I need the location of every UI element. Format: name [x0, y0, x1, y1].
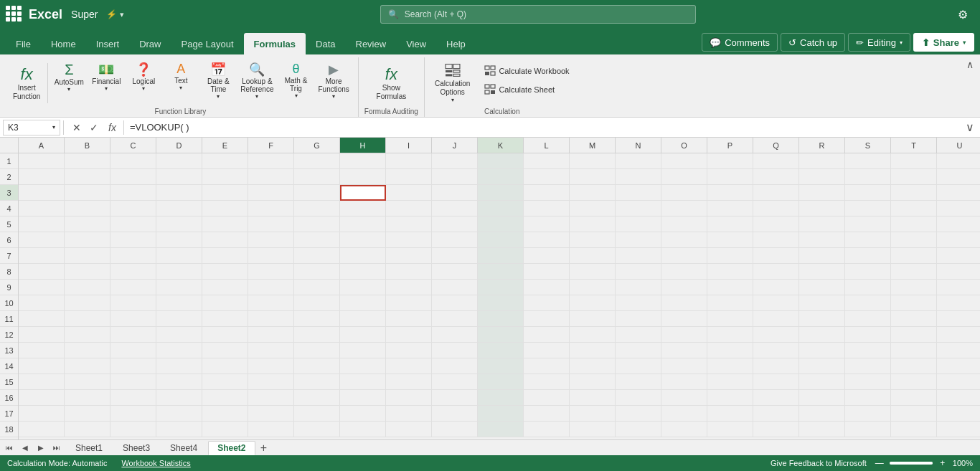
cell-B6[interactable]	[65, 232, 110, 248]
cell-T16[interactable]	[891, 390, 937, 406]
cell-U16[interactable]	[937, 390, 980, 406]
cell-U3[interactable]	[937, 185, 980, 201]
cell-B16[interactable]	[65, 390, 110, 406]
feedback-button[interactable]: Give Feedback to Microsoft	[771, 459, 867, 467]
cell-Q5[interactable]	[753, 217, 799, 232]
cell-R5[interactable]	[799, 217, 845, 232]
row-header-9[interactable]: 9	[0, 280, 18, 295]
cell-O17[interactable]	[661, 406, 707, 422]
cell-J16[interactable]	[432, 390, 478, 406]
cell-T10[interactable]	[891, 295, 937, 311]
col-header-B[interactable]: B	[65, 138, 110, 153]
calculate-sheet-button[interactable]: Calculate Sheet	[480, 82, 573, 97]
cell-P14[interactable]	[707, 358, 753, 374]
row-header-11[interactable]: 11	[0, 311, 18, 327]
cell-K4[interactable]	[478, 201, 524, 217]
cell-B3[interactable]	[65, 185, 110, 201]
cell-H13[interactable]	[340, 343, 386, 358]
cell-M7[interactable]	[570, 248, 616, 264]
cell-K13[interactable]	[478, 343, 524, 358]
cell-U8[interactable]	[937, 264, 980, 280]
cell-R2[interactable]	[799, 169, 845, 185]
cell-B2[interactable]	[65, 169, 110, 185]
cell-L3[interactable]	[524, 185, 570, 201]
app-launcher-icon[interactable]	[6, 6, 23, 23]
cell-U9[interactable]	[937, 280, 980, 295]
cell-K5[interactable]	[478, 217, 524, 232]
more-functions-button[interactable]: ▶ MoreFunctions ▾	[316, 60, 352, 101]
cell-S15[interactable]	[845, 374, 891, 390]
cell-O4[interactable]	[661, 201, 707, 217]
cell-B15[interactable]	[65, 374, 110, 390]
cell-U10[interactable]	[937, 295, 980, 311]
cell-I2[interactable]	[386, 169, 432, 185]
cell-J13[interactable]	[432, 343, 478, 358]
cell-M6[interactable]	[570, 232, 616, 248]
calculation-options-button[interactable]: CalculationOptions ▾	[430, 60, 474, 106]
cell-P17[interactable]	[707, 406, 753, 422]
cell-O18[interactable]	[661, 422, 707, 437]
cell-L1[interactable]	[524, 153, 570, 169]
cell-Q15[interactable]	[753, 374, 799, 390]
row-header-5[interactable]: 5	[0, 217, 18, 232]
cell-Q2[interactable]	[753, 169, 799, 185]
cell-G3[interactable]	[294, 185, 340, 201]
cell-Q8[interactable]	[753, 264, 799, 280]
cell-G6[interactable]	[294, 232, 340, 248]
col-header-L[interactable]: L	[524, 138, 570, 153]
cell-U4[interactable]	[937, 201, 980, 217]
cell-A1[interactable]	[19, 153, 65, 169]
cell-C3[interactable]	[110, 185, 156, 201]
cell-F4[interactable]	[248, 201, 294, 217]
cell-B8[interactable]	[65, 264, 110, 280]
cell-K15[interactable]	[478, 374, 524, 390]
sheet-tab-sheet4[interactable]: Sheet4	[161, 441, 207, 455]
cell-R6[interactable]	[799, 232, 845, 248]
cell-R14[interactable]	[799, 358, 845, 374]
cell-U18[interactable]	[937, 422, 980, 437]
cell-I17[interactable]	[386, 406, 432, 422]
cell-A7[interactable]	[19, 248, 65, 264]
cell-A10[interactable]	[19, 295, 65, 311]
share-button[interactable]: ⬆ Share ▾	[913, 33, 974, 52]
row-header-6[interactable]: 6	[0, 232, 18, 248]
cell-Q1[interactable]	[753, 153, 799, 169]
cell-T15[interactable]	[891, 374, 937, 390]
cell-G16[interactable]	[294, 390, 340, 406]
cell-U7[interactable]	[937, 248, 980, 264]
cell-M15[interactable]	[570, 374, 616, 390]
cell-F10[interactable]	[248, 295, 294, 311]
cell-O16[interactable]	[661, 390, 707, 406]
cell-F3[interactable]	[248, 185, 294, 201]
cell-J2[interactable]	[432, 169, 478, 185]
formula-input[interactable]	[127, 122, 963, 133]
row-header-10[interactable]: 10	[0, 295, 18, 311]
cell-U11[interactable]	[937, 311, 980, 327]
cell-G15[interactable]	[294, 374, 340, 390]
cell-G7[interactable]	[294, 248, 340, 264]
cell-G1[interactable]	[294, 153, 340, 169]
cell-N5[interactable]	[616, 217, 661, 232]
cell-Q13[interactable]	[753, 343, 799, 358]
cell-N1[interactable]	[616, 153, 661, 169]
cell-N18[interactable]	[616, 422, 661, 437]
cell-M14[interactable]	[570, 358, 616, 374]
cell-D15[interactable]	[156, 374, 202, 390]
col-header-Q[interactable]: Q	[753, 138, 799, 153]
cell-O2[interactable]	[661, 169, 707, 185]
cell-H18[interactable]	[340, 422, 386, 437]
editing-button[interactable]: ✏ Editing ▾	[848, 33, 910, 52]
cell-L7[interactable]	[524, 248, 570, 264]
cell-P11[interactable]	[707, 311, 753, 327]
cell-M1[interactable]	[570, 153, 616, 169]
cell-E13[interactable]	[202, 343, 248, 358]
cell-D12[interactable]	[156, 327, 202, 343]
formula-expand-button[interactable]: ∨	[963, 120, 977, 134]
cell-B1[interactable]	[65, 153, 110, 169]
cell-F12[interactable]	[248, 327, 294, 343]
cell-F16[interactable]	[248, 390, 294, 406]
cell-D4[interactable]	[156, 201, 202, 217]
cell-G14[interactable]	[294, 358, 340, 374]
cell-N12[interactable]	[616, 327, 661, 343]
cell-L11[interactable]	[524, 311, 570, 327]
